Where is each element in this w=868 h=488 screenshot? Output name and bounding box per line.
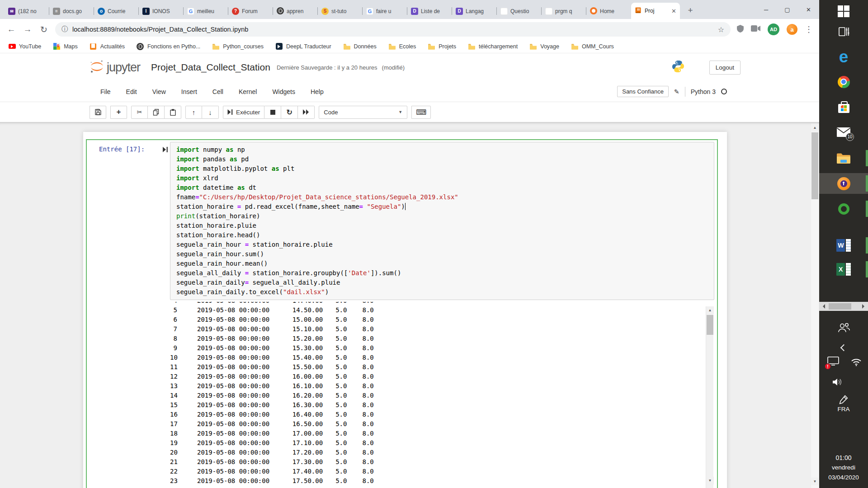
stop-button[interactable] (264, 106, 281, 119)
scrollbar-thumb[interactable] (811, 132, 818, 199)
browser-tab[interactable]: Home (586, 4, 631, 19)
browser-tab[interactable]: prgm q (542, 4, 586, 19)
camera-extension-icon[interactable] (751, 25, 760, 34)
avast-secure-browser-icon[interactable] (819, 173, 868, 194)
address-bar[interactable]: ⓘ localhost:8889/notebooks/Projet_Data_C… (55, 22, 731, 37)
profile-avatar[interactable]: AD (768, 23, 779, 35)
maximize-icon[interactable]: ▢ (777, 0, 798, 19)
move-cell-up-button[interactable]: ↑ (185, 106, 202, 119)
menu-item-view[interactable]: View (152, 88, 166, 95)
scroll-up-icon[interactable]: ▲ (706, 306, 714, 314)
cell-type-select[interactable]: Code ▼ (319, 106, 407, 119)
scroll-down-icon[interactable]: ▼ (811, 478, 819, 485)
file-explorer-icon[interactable] (819, 148, 868, 169)
display-alert-icon[interactable]: ! (820, 352, 846, 371)
sync-ring-icon[interactable] (819, 198, 868, 219)
taskbar-scroll-strip[interactable] (819, 302, 868, 311)
menu-item-file[interactable]: File (100, 88, 111, 95)
browser-tab[interactable]: appren (273, 4, 318, 19)
mail-icon[interactable]: 10 (819, 122, 868, 143)
add-cell-button[interactable]: + (110, 106, 127, 119)
people-icon[interactable] (819, 318, 868, 337)
close-icon[interactable]: ✕ (798, 0, 819, 19)
reload-icon[interactable]: ↻ (39, 24, 49, 35)
bookmark-item[interactable]: Ecoles (388, 43, 416, 50)
restart-kernel-button[interactable]: ↻ (281, 106, 298, 119)
menu-item-widgets[interactable]: Widgets (272, 88, 295, 95)
command-palette-button[interactable]: ⌨ (411, 106, 431, 119)
extension-shield-icon[interactable] (737, 25, 744, 34)
browser-tab[interactable]: IIONOS (139, 4, 184, 19)
task-view-icon[interactable] (819, 21, 868, 42)
menu-item-cell[interactable]: Cell (212, 88, 223, 95)
browser-tab[interactable]: ?Forum (228, 4, 273, 19)
forward-icon[interactable]: → (23, 24, 33, 34)
code-cell[interactable]: Entrée [17]: import numpy as npimport pa… (86, 139, 718, 488)
browser-tab[interactable]: ≡docs.go (49, 4, 94, 19)
language-indicator[interactable]: FRA (819, 406, 868, 413)
move-cell-down-button[interactable]: ↓ (202, 106, 219, 119)
page-scrollbar[interactable]: ▲ ▼ (811, 124, 819, 488)
bookmark-item[interactable]: téléchargement (468, 43, 518, 50)
save-button[interactable] (90, 106, 106, 119)
code-editor[interactable]: import numpy as npimport pandas as pdimp… (170, 142, 714, 300)
browser-tab[interactable]: DLangag (452, 4, 497, 19)
chrome-icon[interactable] (819, 71, 868, 92)
bookmark-star-icon[interactable]: ☆ (718, 25, 724, 34)
logout-button[interactable]: Logout (709, 61, 741, 75)
bookmark-item[interactable]: DeepL Traducteur (275, 43, 331, 50)
bookmark-item[interactable]: Fonctions en Pytho... (137, 43, 200, 50)
browser-tab[interactable]: Gfaire u (363, 4, 407, 19)
menu-item-edit[interactable]: Edit (126, 88, 137, 95)
site-info-icon[interactable]: ⓘ (61, 25, 68, 33)
menu-item-kernel[interactable]: Kernel (239, 88, 257, 95)
new-tab-button[interactable]: + (684, 4, 697, 17)
bookmark-item[interactable]: Python_courses (212, 43, 264, 50)
jupyter-logo[interactable]: jupyter (90, 59, 140, 76)
copy-cell-button[interactable] (148, 106, 165, 119)
microsoft-store-icon[interactable] (819, 97, 868, 117)
output-scrollbar[interactable]: ▲ ▼ (706, 306, 713, 488)
browser-menu-icon[interactable]: ⋮ (805, 24, 813, 34)
trust-status-button[interactable]: Sans Confiance (617, 86, 669, 97)
browser-tab[interactable]: ✉(182 no (5, 4, 49, 19)
browser-tab[interactable]: Gmeilleu (184, 4, 228, 19)
menu-item-help[interactable]: Help (311, 88, 324, 95)
excel-icon[interactable]: X (819, 259, 868, 280)
scroll-down-icon[interactable]: ▼ (706, 477, 714, 484)
taskbar-clock[interactable]: 01:00 vendredi 03/04/2020 (819, 453, 868, 483)
wifi-icon[interactable] (846, 352, 866, 371)
run-button[interactable]: Exécuter (223, 106, 264, 119)
windows-logo-icon[interactable] (819, 1, 868, 22)
word-icon[interactable]: W (819, 235, 868, 256)
bookmark-item[interactable]: Maps (53, 43, 78, 50)
edit-title-pencil-icon[interactable]: ✎ (674, 88, 679, 95)
bookmark-item[interactable]: Actualités (90, 43, 125, 50)
avast-icon[interactable]: a (787, 24, 797, 35)
restart-run-all-button[interactable] (298, 106, 315, 119)
scrollbar-thumb[interactable] (707, 315, 713, 335)
browser-tab[interactable]: Sst-tuto (318, 4, 363, 19)
edge-icon[interactable]: e (819, 46, 868, 67)
notebook-title[interactable]: Projet_Data_Collect_Station (151, 62, 270, 73)
speaker-icon[interactable] (819, 372, 855, 391)
browser-tab[interactable]: oCourrie (94, 4, 139, 19)
scroll-left-icon[interactable] (821, 304, 825, 309)
browser-tab[interactable]: Questio (497, 4, 542, 19)
bookmark-item[interactable]: Voyage (529, 43, 559, 50)
browser-tab[interactable]: DListe de (407, 4, 452, 19)
back-icon[interactable]: ← (6, 24, 16, 34)
tab-close-icon[interactable]: ✕ (671, 8, 676, 14)
tab-active[interactable]: Proj✕ (631, 3, 680, 19)
scrollbar-thumb[interactable] (829, 303, 851, 310)
scroll-up-icon[interactable]: ▲ (811, 124, 819, 131)
bookmark-item[interactable]: YouTube (8, 43, 41, 50)
cut-cell-button[interactable]: ✂ (131, 106, 148, 119)
paste-cell-button[interactable] (165, 106, 181, 119)
scroll-right-icon[interactable] (862, 304, 867, 309)
menu-item-insert[interactable]: Insert (181, 88, 197, 95)
minimize-icon[interactable]: ─ (755, 0, 777, 19)
bookmark-item[interactable]: Données (343, 43, 377, 50)
bookmark-item[interactable]: OMM_Cours (571, 43, 614, 50)
bookmark-item[interactable]: Projets (428, 43, 456, 50)
